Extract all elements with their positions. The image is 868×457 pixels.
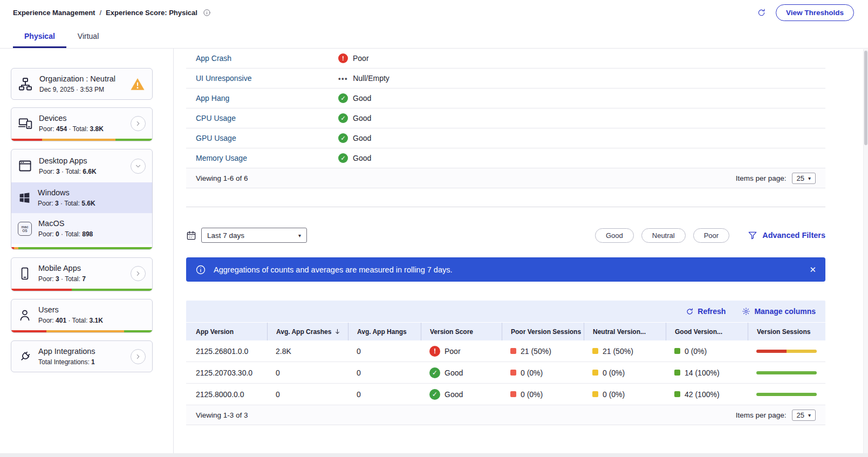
versions-table-header: App Version Avg. App Crashes Avg. App Ha… <box>186 323 825 340</box>
mobile-apps-card[interactable]: Mobile Apps Poor: 3 · Total: 7 <box>11 257 153 291</box>
topbar-actions: View Thresholds <box>757 4 854 21</box>
breadcrumb-separator: / <box>99 9 101 17</box>
stat-poor-label: Poor: <box>38 200 53 207</box>
items-per-page-select[interactable]: 25 ▾ <box>792 410 816 421</box>
windows-icon <box>18 191 31 204</box>
filter-pill-neutral[interactable]: Neutral <box>641 228 686 243</box>
cell-app-version: 2125.8000.0.0 <box>186 390 267 399</box>
caret-down-icon: ▾ <box>298 233 301 238</box>
versions-table-actions: Refresh Manage columns <box>186 301 825 323</box>
stat-poor-value: 3 <box>55 200 59 207</box>
app-integrations-card[interactable]: App Integrations Total Integrations: 1 <box>11 340 153 372</box>
metrics-table: App Crash ! Poor UI Unresponsive ••• Nul… <box>186 49 825 188</box>
view-thresholds-button[interactable]: View Thresholds <box>776 4 854 21</box>
date-range-select[interactable]: Last 7 days ▾ <box>201 228 307 243</box>
metric-link-app-hang[interactable]: App Hang <box>186 94 330 103</box>
poor-square-icon <box>510 348 516 354</box>
date-range-value: Last 7 days <box>207 231 244 240</box>
users-card[interactable]: Users Poor: 401 · Total: 3.1K <box>11 299 153 333</box>
metric-status-text: Good <box>353 154 371 162</box>
stat-separator: · <box>60 200 63 207</box>
devices-card[interactable]: Devices Poor: 454 · Total: 3.8K <box>11 107 153 141</box>
versions-table-footer: Viewing 1-3 of 3 Items per page: 25 ▾ <box>186 405 825 425</box>
viewing-text: Viewing 1-3 of 3 <box>196 411 248 419</box>
metric-status-text: Good <box>353 134 371 142</box>
metric-link-ui-unresponsive[interactable]: UI Unresponsive <box>186 74 330 83</box>
advanced-filters-button[interactable]: Advanced Filters <box>748 230 825 240</box>
stat-poor-value: 401 <box>56 317 66 324</box>
good-square-icon <box>674 391 680 397</box>
info-banner: Aggregations of counts and averages are … <box>186 257 825 282</box>
column-header-neutral-version-sessions[interactable]: Neutral Version... <box>584 323 666 340</box>
items-per-page-label: Items per page: <box>736 411 787 419</box>
organization-card[interactable]: Organization : Neutral Dec 9, 2025 · 3:5… <box>11 68 153 100</box>
stat-poor-value: 3 <box>56 275 59 283</box>
vertical-scrollbar-thumb[interactable] <box>864 51 867 145</box>
cell-avg-app-hangs: 0 <box>348 347 421 356</box>
mobile-apps-score-distribution-strip <box>11 289 152 291</box>
devices-expand-button[interactable] <box>131 116 146 131</box>
metric-link-memory-usage[interactable]: Memory Usage <box>186 154 330 162</box>
stat-total-label: Total: <box>65 168 81 175</box>
metric-link-cpu-usage[interactable]: CPU Usage <box>186 114 330 122</box>
column-header-app-version[interactable]: App Version <box>186 323 267 340</box>
stat-total-label: Total: <box>65 230 80 238</box>
stat-separator: · <box>61 168 64 175</box>
tab-virtual[interactable]: Virtual <box>66 25 110 48</box>
items-per-page: Items per page: 25 ▾ <box>736 173 816 184</box>
sidebar-item-macos[interactable]: mac OS MacOS Poor: 0 · Total: 898 <box>11 213 152 244</box>
metric-link-gpu-usage[interactable]: GPU Usage <box>186 134 330 142</box>
stat-total-value: 3.8K <box>90 125 104 133</box>
column-header-label: Avg. App Crashes <box>276 328 331 336</box>
vertical-scrollbar[interactable] <box>863 49 868 453</box>
breadcrumb-experience-management[interactable]: Experience Management <box>13 9 95 17</box>
column-header-good-version-sessions[interactable]: Good Version... <box>666 323 748 340</box>
metric-link-app-crash[interactable]: App Crash <box>186 54 330 63</box>
refresh-icon[interactable] <box>757 8 766 17</box>
column-header-version-score[interactable]: Version Score <box>421 323 502 340</box>
desktop-apps-collapse-button[interactable] <box>131 159 146 174</box>
table-row[interactable]: 2125.26801.0.0 2.8K 0 ! Poor 21 (50%) 21… <box>186 340 825 362</box>
horizontal-scrollbar[interactable] <box>0 453 868 457</box>
stat-total-label: Total: <box>65 275 80 283</box>
close-icon[interactable]: ✕ <box>809 265 816 274</box>
filter-pill-good[interactable]: Good <box>595 228 634 243</box>
stat-total-label: Total: <box>64 200 80 207</box>
table-row: GPU Usage ✓ Good <box>186 128 825 148</box>
column-header-avg-app-hangs[interactable]: Avg. App Hangs <box>348 323 421 340</box>
version-score-text: Good <box>445 369 463 377</box>
table-row[interactable]: 2125.8000.0.0 0 0 ✓ Good 0 (0%) 0 (0%) 4… <box>186 384 825 405</box>
desktop-apps-icon <box>18 159 32 173</box>
content-inner: App Crash ! Poor UI Unresponsive ••• Nul… <box>186 49 825 425</box>
topbar: Experience Management / Experience Score… <box>0 0 868 25</box>
cell-good-sessions: 0 (0%) <box>666 347 748 356</box>
column-header-poor-version-sessions[interactable]: Poor Version Sessions <box>502 323 584 340</box>
metric-status-text: Good <box>353 114 371 122</box>
neutral-square-icon <box>592 391 598 397</box>
desktop-apps-header[interactable]: Desktop Apps Poor: 3 · Total: 6.6K <box>11 149 152 182</box>
table-row: App Hang ✓ Good <box>186 88 825 108</box>
mobile-apps-text: Mobile Apps Poor: 3 · Total: 7 <box>38 263 124 283</box>
stat-separator: · <box>61 230 63 238</box>
column-header-avg-app-crashes[interactable]: Avg. App Crashes <box>267 323 348 340</box>
table-row[interactable]: 2125.20703.30.0 0 0 ✓ Good 0 (0%) 0 (0%)… <box>186 362 825 384</box>
tab-physical[interactable]: Physical <box>13 25 66 48</box>
column-header-version-sessions[interactable]: Version Sessions <box>748 323 825 340</box>
sidebar-item-windows[interactable]: Windows Poor: 3 · Total: 5.6K <box>11 182 152 213</box>
page-body: Organization : Neutral Dec 9, 2025 · 3:5… <box>0 49 868 457</box>
caret-down-icon: ▾ <box>808 175 811 181</box>
items-per-page-select[interactable]: 25 ▾ <box>792 173 816 184</box>
info-icon[interactable] <box>203 9 211 17</box>
metric-status: ✓ Good <box>330 133 825 143</box>
manage-columns-button[interactable]: Manage columns <box>742 307 816 316</box>
chevron-down-icon <box>134 162 142 170</box>
poor-sessions-text: 0 (0%) <box>521 390 543 399</box>
refresh-button[interactable]: Refresh <box>686 307 726 316</box>
calendar-icon <box>186 230 196 241</box>
filter-bar: Last 7 days ▾ Good Neutral Poor Advanced… <box>186 228 825 243</box>
app-integrations-expand-button[interactable] <box>131 349 146 364</box>
filter-pill-poor[interactable]: Poor <box>693 228 729 243</box>
breadcrumb-current-page: Experience Score: Physical <box>106 9 197 17</box>
macos-stats: Poor: 0 · Total: 898 <box>38 230 146 238</box>
mobile-apps-expand-button[interactable] <box>131 266 146 281</box>
